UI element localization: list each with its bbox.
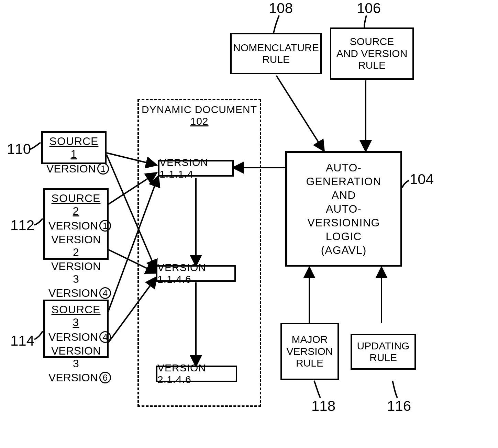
- source-3-box: SOURCE 3 VERSION 4 VERSION 3 VERSION 6: [43, 300, 109, 358]
- source-2-row-1-label: VERSION 2: [48, 233, 103, 259]
- source-2-row-0-circled: 1: [99, 220, 111, 232]
- dynamic-document-title-text: DYNAMIC DOCUMENT: [142, 104, 257, 115]
- source-3-title: SOURCE 3: [48, 303, 103, 329]
- ref-116: 116: [387, 398, 411, 414]
- source-3-row-2-label: VERSION: [48, 371, 98, 384]
- source-3-row-2-circled: 6: [99, 372, 111, 383]
- ref-110: 110: [7, 141, 31, 157]
- dynamic-version-1: VERSION 1.1.1.4: [158, 160, 234, 177]
- source-2-row-2-label: VERSION 3: [48, 260, 103, 285]
- major-version-rule-box: MAJOR VERSION RULE: [280, 323, 339, 380]
- updating-rule-box: UPDATING RULE: [351, 334, 416, 370]
- source-3-row-0-circled: 4: [99, 331, 111, 343]
- source-3-row-2: VERSION 6: [48, 371, 111, 384]
- ref-104: 104: [410, 171, 434, 188]
- source-2-row-0: VERSION 1: [48, 220, 111, 232]
- source-2-row-3: VERSION 4: [48, 287, 111, 300]
- source-3-row-1-label: VERSION 3: [48, 345, 103, 370]
- ref-118: 118: [311, 398, 335, 414]
- source-2-row-3-circled: 4: [99, 287, 111, 299]
- ref-114: 114: [10, 333, 34, 349]
- source-2-box: SOURCE 2 VERSION 1 VERSION 2 VERSION 3 V…: [43, 188, 109, 260]
- source-version-rule-box: SOURCE AND VERSION RULE: [330, 27, 414, 80]
- source-2-title: SOURCE 2: [48, 192, 103, 217]
- source-1-row-0-label: VERSION: [46, 163, 96, 175]
- dynamic-version-3: VERSION 2.1.4.6: [156, 366, 237, 382]
- ref-106: 106: [357, 0, 381, 16]
- source-1-title: SOURCE 1: [46, 135, 101, 160]
- dynamic-document-title: DYNAMIC DOCUMENT 102: [139, 104, 260, 127]
- source-1-box: SOURCE 1 VERSION 1: [41, 131, 107, 164]
- nomenclature-rule-box: NOMENCLATURE RULE: [230, 33, 322, 74]
- source-1-row-0-circled: 1: [97, 163, 109, 175]
- ref-102: 102: [190, 115, 208, 127]
- source-2-row-2: VERSION 3: [48, 260, 103, 285]
- dynamic-document-container: DYNAMIC DOCUMENT 102: [137, 99, 261, 407]
- source-2-row-0-label: VERSION: [48, 220, 98, 232]
- source-3-row-0: VERSION 4: [48, 331, 111, 344]
- ref-108: 108: [269, 0, 293, 16]
- source-1-row-0: VERSION 1: [46, 163, 109, 175]
- svg-line-0: [276, 76, 324, 150]
- source-3-row-0-label: VERSION: [48, 331, 98, 344]
- source-3-row-1: VERSION 3: [48, 345, 103, 370]
- source-2-row-1: VERSION 2: [48, 233, 103, 259]
- dynamic-version-2: VERSION 1.1.4.6: [156, 265, 236, 282]
- source-2-row-3-label: VERSION: [48, 287, 98, 300]
- agavl-box: AUTO-GENERATION AND AUTO-VERSIONING LOGI…: [285, 151, 402, 267]
- ref-112: 112: [10, 217, 34, 234]
